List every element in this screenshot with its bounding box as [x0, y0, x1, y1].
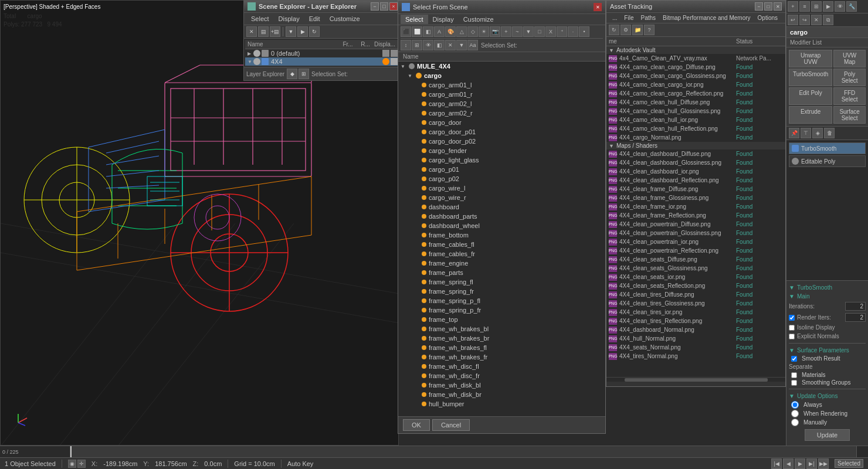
asset-item[interactable]: PNG 4X4_clean_tires_Reflection.png Found [606, 317, 785, 325]
object-item[interactable]: frame_engine [398, 259, 605, 268]
object-item[interactable]: cargo_arm01_r [398, 90, 605, 99]
shapes-icon[interactable]: ◇ [467, 26, 478, 37]
dialog-menu-display[interactable]: Display [428, 15, 459, 24]
stack-show-end-icon[interactable]: ⊤ [801, 128, 811, 138]
cameras-icon[interactable]: 📷 [490, 26, 500, 37]
asset-item[interactable]: PNG 4X4_camo_clean_cargo_ior.png Found [606, 80, 785, 89]
asset-group-header[interactable]: ▼ Autodesk Vault [606, 46, 785, 54]
groups-icon[interactable]: □ [534, 26, 545, 37]
asset-item[interactable]: PNG 4X4_clean_seats_ior.png Found [606, 273, 785, 281]
object-item[interactable]: cargo_arm01_l [398, 80, 605, 90]
timeline-bar[interactable] [70, 446, 856, 458]
asset-item[interactable]: PNG 4X4_clean_frame_ior.png Found [606, 202, 785, 211]
isoline-checkbox[interactable] [789, 325, 795, 331]
extrude-btn[interactable]: Extrude [789, 106, 832, 124]
asset-item[interactable]: PNG 4X4_clean_seats_Glossiness.png Found [606, 264, 785, 273]
render-iters-checkbox[interactable] [789, 315, 795, 321]
asset-item[interactable]: PNG 4X4_clean_powertrain_Glossiness.png … [606, 229, 785, 237]
scene-explorer-menu-edit[interactable]: Edit [304, 14, 325, 23]
filter-icon[interactable]: ▼ [523, 26, 534, 37]
update-button[interactable]: Update [805, 429, 850, 441]
scene-explorer-menu-customize[interactable]: Customize [325, 14, 365, 23]
case-icon[interactable]: Aa [467, 40, 478, 50]
asset-item[interactable]: PNG 4X4_clean_frame_Glossiness.png Found [606, 193, 785, 202]
collapse-icon[interactable]: ▶ [297, 26, 308, 37]
asset-item[interactable]: PNG 4X4_seats_Normal.png Found [606, 343, 785, 352]
asset-item[interactable]: PNG 4X4_cargo_Normal.png Found [606, 133, 785, 142]
asset-item[interactable]: PNG 4X4_clean_tires_Diffuse.png Found [606, 290, 785, 299]
point-icon[interactable]: • [579, 26, 589, 37]
space-warps-icon[interactable]: ~ [512, 26, 523, 37]
scene-explorer-menu-display[interactable]: Display [274, 14, 304, 23]
object-item[interactable]: frame_cables_fl [398, 240, 605, 249]
materials-checkbox[interactable] [791, 372, 797, 378]
play-start-icon[interactable]: |◀ [771, 458, 782, 469]
asset-maximize[interactable]: □ [764, 2, 772, 11]
helpers-icon[interactable]: + [501, 26, 511, 37]
object-item[interactable]: frame_spring_fr [398, 287, 605, 296]
object-item[interactable]: frame_wh_brakes_bl [398, 324, 605, 334]
sort-icon[interactable]: ↕ [401, 40, 411, 50]
object-item[interactable]: dashboard [398, 202, 605, 212]
asset-item[interactable]: PNG 4X4_clean_powertrain_Diffuse.png Fou… [606, 220, 785, 229]
object-item[interactable]: frame_spring_p_fr [398, 305, 605, 315]
asset-close[interactable]: ✕ [774, 2, 782, 11]
object-item[interactable]: frame_wh_brakes_fl [398, 343, 605, 352]
scene-explorer-minimize[interactable]: − [371, 2, 379, 11]
asset-settings-icon[interactable]: ⚙ [621, 25, 631, 35]
smooth-result-checkbox[interactable] [791, 356, 797, 362]
object-item[interactable]: frame_bottom [398, 230, 605, 240]
xref-icon[interactable]: X [545, 26, 556, 37]
object-item[interactable]: dashboard_parts [398, 212, 605, 221]
asset-item[interactable]: PNG 4X4_clean_tires_ior.png Found [606, 308, 785, 317]
bone-icon[interactable]: ⁺ [557, 26, 567, 37]
object-item[interactable]: frame_parts [398, 268, 605, 277]
asset-menu-file-icon[interactable]: ... [609, 13, 621, 22]
asset-item[interactable]: PNG 4X4_clean_dashboard_Reflection.png F… [606, 176, 785, 185]
mod-copy-icon[interactable]: ⧉ [823, 15, 833, 25]
when-rendering-radio[interactable] [791, 410, 799, 417]
close-icon-small[interactable]: ✕ [445, 40, 456, 50]
object-item[interactable]: cargo_arm02_r [398, 108, 605, 118]
select-none-icon[interactable]: ⬜ [412, 26, 422, 37]
object-item[interactable]: cargo_door [398, 118, 605, 127]
scene-explorer-maximize[interactable]: □ [380, 2, 388, 11]
hierarchy-icon[interactable]: ⊞ [412, 40, 422, 50]
object-item[interactable]: cargo_door_p01 [398, 127, 605, 137]
uvw-map-btn[interactable]: UVW Map [833, 50, 866, 67]
asset-item[interactable]: PNG 4X4_camo_clean_hull_Glossiness.png F… [606, 107, 785, 115]
layer-default[interactable]: ▶ 0 (default) [245, 49, 400, 57]
asset-item[interactable]: PNG 4X4_dashboard_Normal.png Found [606, 325, 785, 334]
timeline[interactable]: 0 / 225 [0, 446, 868, 457]
stack-pin-icon[interactable]: 📌 [789, 128, 799, 138]
asset-item[interactable]: PNG 4X4_tires_Normal.png Found [606, 352, 785, 361]
smoothing-groups-checkbox[interactable] [791, 380, 797, 386]
dialog-close-button[interactable]: ✕ [594, 3, 602, 11]
mod-undo-icon[interactable]: ↩ [788, 15, 798, 25]
asset-item[interactable]: PNG 4X4_clean_seats_Reflection.png Found [606, 281, 785, 290]
object-item[interactable]: frame_spring_p_fl [398, 296, 605, 305]
object-item[interactable]: ▼cargo [398, 71, 605, 80]
object-item[interactable]: frame_top [398, 315, 605, 324]
turbosmooth-btn[interactable]: TurboSmooth [789, 69, 832, 86]
mod-delete-icon[interactable]: ✕ [811, 15, 822, 25]
manually-radio[interactable] [791, 419, 799, 426]
object-item[interactable]: cargo_wire_l [398, 183, 605, 193]
particle-icon[interactable]: · [568, 26, 578, 37]
turbosmooth-stack-item[interactable]: TurboSmooth [789, 142, 866, 154]
display-icon[interactable]: 👁 [423, 40, 433, 50]
ok-button[interactable]: OK [403, 419, 430, 431]
asset-refresh-icon[interactable]: ↻ [609, 25, 619, 35]
selected-dropdown[interactable]: Selected [835, 459, 863, 468]
sync-icon[interactable]: ↻ [309, 26, 320, 37]
asset-menu-options[interactable]: Options [754, 13, 781, 22]
asset-list[interactable]: ▼ Autodesk Vault PNG 4x4_Camo_Clean_ATV_… [606, 46, 785, 377]
footer-icon2[interactable]: ⊞ [299, 69, 309, 79]
asset-item[interactable]: PNG 4X4_clean_powertrain_Reflection.png … [606, 246, 785, 255]
object-item[interactable]: cargo_p02 [398, 174, 605, 183]
asset-item[interactable]: PNG 4X4_clean_dashboard_Glossiness.png F… [606, 158, 785, 167]
prev-frame-icon[interactable]: ◀ [783, 458, 794, 469]
asset-menu-bitmap[interactable]: Bitmap Performance and Memory [659, 13, 754, 22]
object-item[interactable]: cargo_door_p02 [398, 137, 605, 146]
asset-folder-icon[interactable]: 📁 [632, 25, 643, 35]
